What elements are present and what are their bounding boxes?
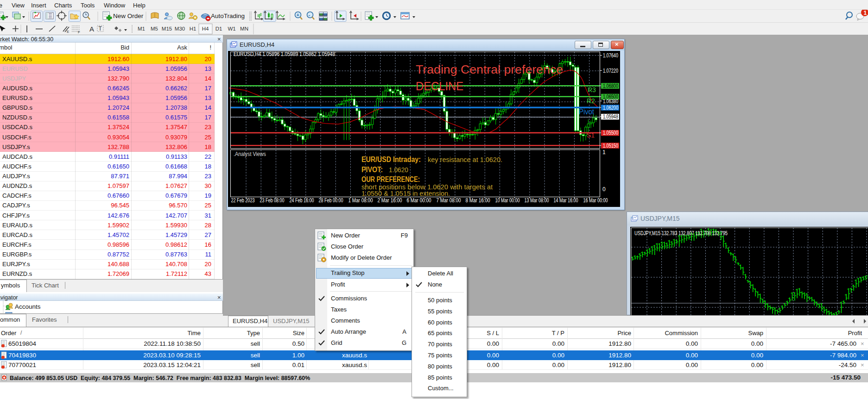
svg-text:1.0550 & 1.0515 in extension.: 1.0550 & 1.0515 in extension. bbox=[361, 189, 450, 197]
svg-text:R3: R3 bbox=[588, 86, 596, 94]
svg-text:1: 1 bbox=[864, 10, 867, 16]
svg-text:1: 1 bbox=[602, 149, 606, 156]
svg-text:1.07220: 1.07220 bbox=[603, 68, 618, 74]
svg-text:1.06800: 1.06800 bbox=[603, 83, 618, 89]
svg-text:USDJPY,M15 132.783 132.807 132: USDJPY,M15 132.783 132.807 132.708 132.7… bbox=[634, 230, 728, 237]
svg-text:Trading Central preference: Trading Central preference bbox=[416, 63, 563, 76]
svg-text:T: T bbox=[99, 25, 102, 32]
svg-text:1 Mar 08:00: 1 Mar 08:00 bbox=[348, 197, 373, 204]
svg-text:1.0620: 1.0620 bbox=[389, 166, 408, 174]
svg-text:1.07640: 1.07640 bbox=[603, 52, 618, 59]
svg-text:+: + bbox=[297, 12, 299, 18]
svg-text:PIVOT:: PIVOT: bbox=[361, 166, 383, 174]
svg-text:F: F bbox=[78, 30, 80, 34]
svg-text:.Analyst Views: .Analyst Views bbox=[234, 151, 266, 157]
svg-text:13 Mar 08:00: 13 Mar 08:00 bbox=[525, 197, 549, 204]
svg-text:23 Feb 08:00: 23 Feb 08:00 bbox=[260, 197, 285, 204]
svg-text:22 Feb 2023: 22 Feb 2023 bbox=[231, 197, 255, 204]
svg-text:16 Mar 00:00: 16 Mar 00:00 bbox=[583, 197, 608, 204]
svg-text:1.06200: 1.06200 bbox=[603, 105, 618, 111]
svg-text:8 Mar 16:00: 8 Mar 16:00 bbox=[466, 197, 490, 204]
svg-text:Pivot: Pivot bbox=[579, 108, 595, 116]
svg-text:2 Mar 16:00: 2 Mar 16:00 bbox=[378, 197, 402, 204]
svg-text:10 Mar 00:00: 10 Mar 00:00 bbox=[495, 197, 520, 204]
svg-text:A: A bbox=[89, 25, 94, 33]
svg-text:E: E bbox=[67, 30, 69, 34]
svg-text:1.06380: 1.06380 bbox=[603, 98, 618, 105]
svg-text:EUR/USD Intraday:: EUR/USD Intraday: bbox=[361, 156, 421, 163]
svg-text:OUR PREFERENCE:: OUR PREFERENCE: bbox=[361, 175, 420, 183]
svg-text:EURUSD,H4 1.05896 1.05989 1.05: EURUSD,H4 1.05896 1.05989 1.05862 1.0594… bbox=[234, 51, 335, 57]
svg-text:-: - bbox=[309, 12, 310, 18]
svg-text:24 Feb 16:00: 24 Feb 16:00 bbox=[290, 197, 314, 204]
svg-text:1.05948: 1.05948 bbox=[603, 113, 618, 120]
svg-text:0: 0 bbox=[602, 186, 606, 193]
svg-text:1.05500: 1.05500 bbox=[603, 130, 618, 136]
svg-text:S1: S1 bbox=[587, 131, 595, 139]
svg-text:R2: R2 bbox=[587, 97, 595, 105]
svg-text:28 Feb 00:00: 28 Feb 00:00 bbox=[319, 197, 343, 204]
svg-text:DECLINE: DECLINE bbox=[416, 80, 463, 93]
svg-text:1.05150: 1.05150 bbox=[603, 143, 618, 149]
svg-text:key resistance at 1.0620.: key resistance at 1.0620. bbox=[428, 156, 502, 163]
